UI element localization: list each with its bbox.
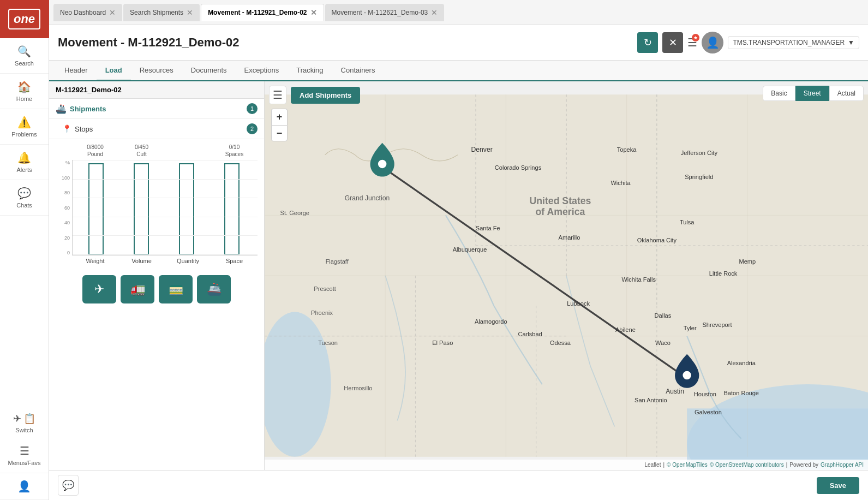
stops-section-header[interactable]: 📍 Stops 2 (49, 119, 264, 139)
map-svg: A B Denver Colorado Springs Grand Juncti… (265, 81, 868, 470)
sidebar-item-label: Home (16, 96, 32, 102)
bar-space (211, 160, 253, 255)
svg-text:Alexandria: Alexandria (727, 360, 756, 366)
menu-button[interactable]: ☰ ★ (687, 36, 697, 49)
map-view-street-button[interactable]: Street (795, 86, 829, 101)
map-view-basic-button[interactable]: Basic (763, 86, 795, 101)
tab-close-button[interactable]: ✕ (109, 9, 116, 16)
sidebar-item-problems[interactable]: ⚠️ Problems (0, 109, 49, 145)
refresh-button[interactable]: ↻ (637, 32, 658, 53)
sidebar-item-chats[interactable]: 💬 Chats (0, 180, 49, 216)
menus-label: Menus/Favs (8, 460, 41, 466)
map-menu-button[interactable]: ☰ (269, 86, 286, 104)
sidebar-item-menus[interactable]: ☰ Menus/Favs (0, 438, 49, 473)
zoom-out-button[interactable]: − (271, 125, 288, 141)
chat-icon: 💬 (17, 187, 31, 200)
map-area: ☰ Add Shipments Basic Street Ac (265, 81, 868, 470)
logo-text: one (8, 9, 40, 29)
chat-icon: 💬 (62, 479, 74, 491)
sub-tabs: Header Load Resources Documents Exceptio… (49, 61, 868, 81)
zoom-controls: + − (271, 109, 288, 141)
svg-text:Albuquerque: Albuquerque (453, 246, 487, 253)
tab-movement-02[interactable]: Movement - M-112921_Demo-02 ✕ (201, 4, 324, 21)
sidebar-item-switch[interactable]: ✈ 📋 Switch (0, 408, 49, 438)
map-view-actual-button[interactable]: Actual (829, 86, 864, 101)
add-shipments-button[interactable]: Add Shipments (291, 87, 360, 104)
avatar-image: 👤 (706, 36, 720, 49)
svg-text:Hermosillo: Hermosillo (344, 385, 372, 391)
openmap-credit: © OpenMapTiles (667, 462, 708, 468)
map-footer: Leaflet | © OpenMapTiles © OpenStreetMap… (265, 460, 868, 470)
tab-neo-dashboard[interactable]: Neo Dashboard ✕ (53, 4, 122, 21)
add-shipments-label: Add Shipments (300, 91, 351, 99)
tab-documents[interactable]: Documents (182, 61, 236, 81)
shipments-section-header[interactable]: 🚢 Shipments 1 (49, 99, 264, 119)
svg-text:Alamogordo: Alamogordo (475, 318, 507, 325)
svg-text:United States: United States (529, 195, 591, 206)
bar-volume (120, 160, 162, 255)
sidebar-item-alerts[interactable]: 🔔 Alerts (0, 145, 49, 180)
tab-close-button[interactable]: ✕ (431, 9, 438, 16)
tab-close-button[interactable]: ✕ (310, 9, 317, 16)
bottom-bar: 💬 Save (49, 470, 868, 500)
save-label: Save (830, 481, 846, 490)
sidebar-item-label: Alerts (16, 166, 32, 173)
switch-icon-2: 📋 (23, 413, 35, 425)
svg-text:St. George: St. George (280, 210, 309, 216)
sidebar: one 🔍 Search 🏠 Home ⚠️ Problems 🔔 Alerts… (0, 0, 49, 500)
svg-text:Topeka: Topeka (617, 146, 637, 153)
svg-text:Houston: Houston (694, 391, 716, 397)
chevron-down-icon: ▼ (848, 39, 854, 46)
air-transport-button[interactable]: ✈ (82, 275, 116, 303)
svg-text:Shreveport: Shreveport (702, 322, 732, 328)
sidebar-bottom: ✈ 📋 Switch ☰ Menus/Favs 👤 (0, 408, 49, 500)
svg-text:Dallas: Dallas (655, 312, 672, 319)
tab-movement-03[interactable]: Movement - M-112621_Demo-03 ✕ (325, 4, 445, 21)
svg-text:Wichita: Wichita (610, 180, 631, 186)
transport-icons: ✈ 🚛 🚃 🚢 (49, 269, 264, 310)
sidebar-item-avatar[interactable]: 👤 (0, 473, 49, 500)
svg-text:B: B (685, 372, 689, 379)
truck-transport-button[interactable]: 🚛 (121, 275, 154, 303)
ship-transport-button[interactable]: 🚢 (197, 275, 231, 303)
close-button[interactable]: ✕ (662, 32, 683, 53)
tab-label: Movement - M-112921_Demo-02 (208, 9, 307, 16)
shipments-icon: 🚢 (56, 104, 67, 114)
sidebar-item-label: Chats (16, 202, 32, 209)
avatar: 👤 (702, 32, 723, 53)
zoom-in-button[interactable]: + (271, 109, 288, 125)
stops-title: Stops (75, 125, 247, 133)
tab-exceptions[interactable]: Exceptions (236, 61, 288, 81)
tab-containers[interactable]: Containers (332, 61, 384, 81)
bar-weight (75, 160, 117, 255)
menus-icon: ☰ (20, 444, 29, 457)
svg-text:Colorado Springs: Colorado Springs (495, 164, 542, 171)
rail-transport-button[interactable]: 🚃 (159, 275, 193, 303)
tab-header[interactable]: Header (56, 61, 97, 81)
svg-text:Phoenix: Phoenix (311, 309, 333, 316)
sidebar-item-search[interactable]: 🔍 Search (0, 38, 49, 74)
svg-text:Baton Rouge: Baton Rouge (723, 390, 759, 396)
tab-resources[interactable]: Resources (131, 61, 182, 81)
svg-text:El Paso: El Paso (432, 340, 453, 346)
movement-id-bar: M-112921_Demo-02 (49, 81, 264, 99)
sidebar-item-home[interactable]: 🏠 Home (0, 74, 49, 109)
left-panel: M-112921_Demo-02 🚢 Shipments 1 📍 Stops 2 (49, 81, 265, 470)
shipments-title: Shipments (70, 105, 247, 113)
tab-search-shipments[interactable]: Search Shipments ✕ (123, 4, 200, 21)
chat-button[interactable]: 💬 (58, 475, 79, 496)
chart-section: 0/8000Pound 0/450Cuft 0/10Spaces % 100 8… (49, 139, 264, 269)
tab-load[interactable]: Load (97, 61, 131, 81)
tab-bar: Neo Dashboard ✕ Search Shipments ✕ Movem… (49, 0, 868, 25)
svg-text:San Antonio: San Antonio (634, 397, 667, 403)
save-button[interactable]: Save (817, 477, 859, 494)
user-dropdown[interactable]: TMS.TRANSPORTATION_MANAGER ▼ (728, 36, 859, 49)
tab-close-button[interactable]: ✕ (187, 9, 193, 16)
svg-text:Grand Junction: Grand Junction (345, 194, 390, 202)
stops-icon: 📍 (62, 124, 71, 133)
tab-tracking[interactable]: Tracking (288, 61, 332, 81)
avatar-icon: 👤 (17, 480, 31, 493)
username-label: TMS.TRANSPORTATION_MANAGER (733, 39, 845, 46)
sidebar-item-label: Search (15, 60, 34, 67)
svg-text:Jefferson City: Jefferson City (681, 150, 718, 156)
